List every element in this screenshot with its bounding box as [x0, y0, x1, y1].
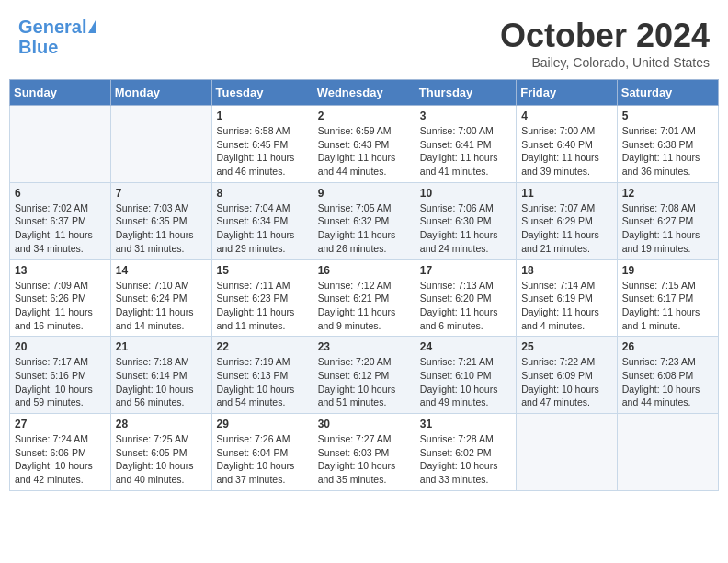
- daylight-text: Daylight: 11 hours and 9 minutes.: [318, 306, 396, 331]
- logo-text: General: [18, 17, 86, 37]
- weekday-header-tuesday: Tuesday: [211, 80, 313, 106]
- weekday-header-saturday: Saturday: [617, 80, 718, 106]
- sunrise-text: Sunrise: 7:02 AM: [15, 202, 88, 213]
- sunset-text: Sunset: 6:26 PM: [15, 293, 86, 304]
- sunset-text: Sunset: 6:43 PM: [318, 139, 390, 150]
- daylight-text: Daylight: 11 hours and 31 minutes.: [116, 229, 194, 254]
- sunrise-text: Sunrise: 7:10 AM: [116, 280, 189, 291]
- calendar-cell: [10, 106, 111, 183]
- logo: General Blue: [18, 17, 96, 57]
- calendar-cell: 12Sunrise: 7:08 AMSunset: 6:27 PMDayligh…: [617, 182, 718, 259]
- calendar-cell: [517, 414, 618, 491]
- daylight-text: Daylight: 11 hours and 39 minutes.: [521, 152, 599, 177]
- calendar-cell: 2Sunrise: 6:59 AMSunset: 6:43 PMDaylight…: [313, 106, 415, 183]
- weekday-header-monday: Monday: [110, 80, 211, 106]
- day-info: Sunrise: 7:25 AMSunset: 6:05 PMDaylight:…: [116, 432, 207, 487]
- daylight-text: Daylight: 11 hours and 14 minutes.: [116, 306, 194, 331]
- sunset-text: Sunset: 6:45 PM: [217, 139, 289, 150]
- daylight-text: Daylight: 10 hours and 44 minutes.: [622, 384, 700, 408]
- weekday-header-thursday: Thursday: [415, 80, 516, 106]
- day-info: Sunrise: 7:27 AMSunset: 6:03 PMDaylight:…: [318, 432, 410, 487]
- sunset-text: Sunset: 6:30 PM: [420, 215, 492, 226]
- daylight-text: Daylight: 11 hours and 44 minutes.: [318, 152, 396, 177]
- day-number: 11: [521, 187, 612, 200]
- sunrise-text: Sunrise: 6:59 AM: [318, 125, 392, 136]
- daylight-text: Daylight: 11 hours and 19 minutes.: [622, 229, 700, 254]
- sunrise-text: Sunrise: 7:12 AM: [318, 280, 392, 291]
- calendar-cell: 20Sunrise: 7:17 AMSunset: 6:16 PMDayligh…: [10, 337, 111, 414]
- sunset-text: Sunset: 6:03 PM: [318, 447, 390, 458]
- day-number: 17: [420, 264, 511, 277]
- sunrise-text: Sunrise: 7:08 AM: [622, 202, 696, 213]
- calendar-cell: 3Sunrise: 7:00 AMSunset: 6:41 PMDaylight…: [415, 106, 516, 183]
- sunset-text: Sunset: 6:08 PM: [622, 370, 694, 381]
- sunrise-text: Sunrise: 7:17 AM: [15, 356, 88, 367]
- sunrise-text: Sunrise: 7:22 AM: [521, 356, 595, 367]
- day-info: Sunrise: 7:03 AMSunset: 6:35 PMDaylight:…: [116, 201, 207, 256]
- day-info: Sunrise: 7:04 AMSunset: 6:34 PMDaylight:…: [217, 201, 308, 256]
- sunset-text: Sunset: 6:40 PM: [521, 139, 593, 150]
- day-info: Sunrise: 7:13 AMSunset: 6:20 PMDaylight:…: [420, 279, 511, 333]
- daylight-text: Daylight: 10 hours and 56 minutes.: [116, 384, 194, 408]
- day-number: 7: [116, 187, 207, 200]
- page-header: General Blue October 2024 Bailey, Colora…: [9, 9, 719, 74]
- calendar-cell: 26Sunrise: 7:23 AMSunset: 6:08 PMDayligh…: [617, 337, 718, 414]
- sunrise-text: Sunrise: 7:00 AM: [521, 125, 595, 136]
- calendar-cell: 14Sunrise: 7:10 AMSunset: 6:24 PMDayligh…: [110, 259, 211, 337]
- day-number: 2: [318, 109, 410, 122]
- calendar-cell: [617, 414, 718, 491]
- sunrise-text: Sunrise: 7:18 AM: [116, 356, 189, 367]
- sunrise-text: Sunrise: 7:06 AM: [420, 202, 494, 213]
- sunset-text: Sunset: 6:13 PM: [217, 370, 289, 381]
- day-number: 8: [217, 187, 308, 200]
- daylight-text: Daylight: 10 hours and 35 minutes.: [318, 460, 396, 485]
- sunset-text: Sunset: 6:34 PM: [217, 215, 289, 226]
- daylight-text: Daylight: 10 hours and 37 minutes.: [217, 460, 295, 485]
- sunrise-text: Sunrise: 7:19 AM: [217, 356, 290, 367]
- daylight-text: Daylight: 11 hours and 41 minutes.: [420, 152, 498, 177]
- sunset-text: Sunset: 6:23 PM: [217, 293, 289, 304]
- sunrise-text: Sunrise: 7:13 AM: [420, 280, 494, 291]
- weekday-header-wednesday: Wednesday: [313, 80, 415, 106]
- daylight-text: Daylight: 11 hours and 11 minutes.: [217, 306, 295, 331]
- sunrise-text: Sunrise: 7:07 AM: [521, 202, 595, 213]
- calendar-cell: 28Sunrise: 7:25 AMSunset: 6:05 PMDayligh…: [110, 414, 211, 491]
- daylight-text: Daylight: 11 hours and 4 minutes.: [521, 306, 599, 331]
- sunrise-text: Sunrise: 6:58 AM: [217, 125, 290, 136]
- weekday-header-friday: Friday: [517, 80, 618, 106]
- daylight-text: Daylight: 11 hours and 46 minutes.: [217, 152, 295, 177]
- calendar-cell: 30Sunrise: 7:27 AMSunset: 6:03 PMDayligh…: [313, 414, 415, 491]
- calendar-week-2: 6Sunrise: 7:02 AMSunset: 6:37 PMDaylight…: [10, 182, 719, 259]
- daylight-text: Daylight: 10 hours and 47 minutes.: [521, 384, 599, 408]
- day-info: Sunrise: 7:20 AMSunset: 6:12 PMDaylight:…: [318, 355, 410, 409]
- sunrise-text: Sunrise: 7:23 AM: [622, 356, 696, 367]
- calendar-cell: 7Sunrise: 7:03 AMSunset: 6:35 PMDaylight…: [110, 182, 211, 259]
- day-info: Sunrise: 7:00 AMSunset: 6:40 PMDaylight:…: [521, 124, 612, 178]
- day-number: 18: [521, 264, 612, 277]
- sunrise-text: Sunrise: 7:15 AM: [622, 280, 696, 291]
- sunrise-text: Sunrise: 7:05 AM: [318, 202, 392, 213]
- daylight-text: Daylight: 11 hours and 34 minutes.: [15, 229, 93, 254]
- calendar-cell: 21Sunrise: 7:18 AMSunset: 6:14 PMDayligh…: [110, 337, 211, 414]
- daylight-text: Daylight: 11 hours and 6 minutes.: [420, 306, 498, 331]
- sunrise-text: Sunrise: 7:00 AM: [420, 125, 494, 136]
- calendar-cell: 29Sunrise: 7:26 AMSunset: 6:04 PMDayligh…: [211, 414, 313, 491]
- daylight-text: Daylight: 11 hours and 1 minute.: [622, 306, 700, 331]
- sunset-text: Sunset: 6:20 PM: [420, 293, 492, 304]
- calendar-cell: 23Sunrise: 7:20 AMSunset: 6:12 PMDayligh…: [313, 337, 415, 414]
- daylight-text: Daylight: 10 hours and 33 minutes.: [420, 460, 498, 485]
- calendar-cell: 18Sunrise: 7:14 AMSunset: 6:19 PMDayligh…: [517, 259, 618, 337]
- calendar-cell: 19Sunrise: 7:15 AMSunset: 6:17 PMDayligh…: [617, 259, 718, 337]
- day-info: Sunrise: 7:10 AMSunset: 6:24 PMDaylight:…: [116, 279, 207, 333]
- sunset-text: Sunset: 6:29 PM: [521, 215, 593, 226]
- calendar-week-5: 27Sunrise: 7:24 AMSunset: 6:06 PMDayligh…: [10, 414, 719, 491]
- calendar-cell: 31Sunrise: 7:28 AMSunset: 6:02 PMDayligh…: [415, 414, 516, 491]
- sunset-text: Sunset: 6:02 PM: [420, 447, 492, 458]
- day-number: 9: [318, 187, 410, 200]
- sunrise-text: Sunrise: 7:21 AM: [420, 356, 494, 367]
- location: Bailey, Colorado, United States: [500, 55, 710, 70]
- day-number: 22: [217, 340, 308, 353]
- day-info: Sunrise: 7:19 AMSunset: 6:13 PMDaylight:…: [217, 355, 308, 409]
- day-number: 15: [217, 264, 308, 277]
- day-number: 12: [622, 187, 713, 200]
